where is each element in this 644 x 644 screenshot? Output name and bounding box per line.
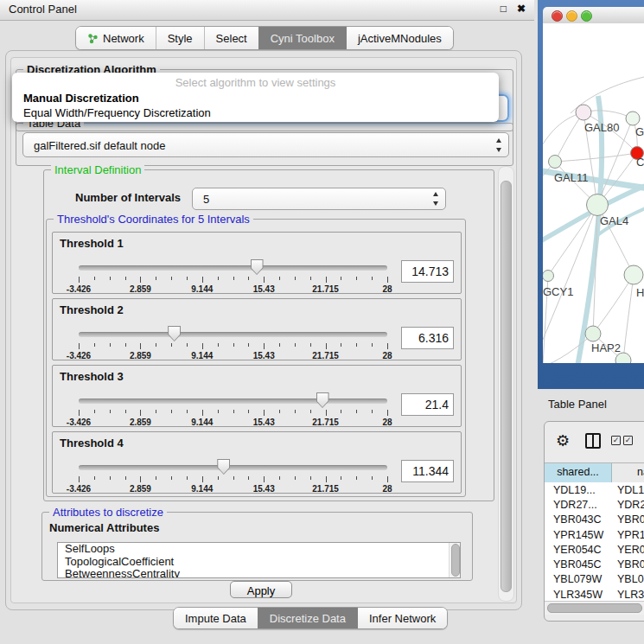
cell-name: YDL19 [611,484,644,496]
split-column-icon[interactable] [585,433,601,449]
node-gal4[interactable] [587,194,609,216]
algorithm-option-manual-discretization[interactable]: Manual Discretization [12,91,499,105]
close-traffic-light[interactable] [552,10,563,22]
network-canvas[interactable]: GAL80GACGAL11GAL4GCY1HHAP2 [543,23,644,363]
threshold-value-field[interactable]: 11.344 [401,460,454,482]
scrollbar-thumb[interactable] [451,544,460,577]
node-green-top[interactable] [626,112,640,125]
tick-mark [125,476,126,480]
table-data-combobox[interactable]: galFiltered.sif default node [22,132,509,157]
threshold-value-field[interactable]: 14.713 [401,260,454,283]
slider-track[interactable] [79,465,387,470]
cell-shared-name: YBR043C [545,513,611,526]
slider-thumb[interactable] [316,392,329,408]
dropdown-placeholder: Select algorithm to view settings [12,76,499,89]
tick-mark [326,410,327,416]
slider-track[interactable] [79,399,387,404]
tick-mark [110,277,111,280]
slider-thumb[interactable] [168,326,181,341]
tick-label: 28 [382,418,392,427]
checkbox-checked-icon[interactable]: ✓ [623,436,633,445]
tick-mark [310,343,311,347]
checkbox-checked-icon[interactable]: ✓ [611,436,621,445]
tab-infer-network[interactable]: Infer Network [357,608,447,628]
column-header-na[interactable]: na [612,463,644,482]
slider-track[interactable] [79,332,387,337]
table-row[interactable]: YPR145WYPR14 [545,527,644,542]
column-divider [592,435,594,447]
threshold-value-field[interactable]: 21.4 [401,393,454,416]
node-h[interactable] [624,265,643,284]
table-row[interactable]: YER054CYER05 [545,542,644,557]
node-hap2[interactable] [585,326,601,341]
float-icon[interactable]: □ [501,3,507,15]
tick-mark [279,277,280,280]
tab-style[interactable]: Style [156,27,204,49]
tick-label: 28 [382,351,392,360]
minimize-traffic-light[interactable] [566,10,577,22]
panel-vertical-scrollbar[interactable] [498,166,514,602]
tab-network[interactable]: Network [76,27,156,49]
slider-track[interactable] [79,265,387,271]
zoom-traffic-light[interactable] [581,10,592,22]
tick-mark [387,410,388,416]
tick-mark [310,476,311,480]
table-row[interactable]: YDR27...YDR27 [545,497,644,512]
number-of-intervals-combobox[interactable]: 5 [192,188,446,210]
cell-name: YDR27 [611,499,644,511]
tab-label: jActiveMNodules [358,32,442,45]
table-row[interactable]: YBR043CYBR04 [545,513,644,527]
number-of-intervals-label: Number of Intervals [75,191,181,204]
table-row[interactable]: YBR045CYBR04 [545,557,644,571]
tick-mark [140,277,141,283]
node-pink[interactable] [576,105,591,120]
control-panel-titlebar: Control Panel □ ✖ [0,0,534,21]
tick-mark [341,476,341,480]
scrollbar-thumb[interactable] [547,603,642,613]
threshold-label: Threshold 4 [60,437,124,450]
tick-mark [79,277,80,283]
node-gcy1[interactable] [543,271,554,282]
apply-button[interactable]: Apply [230,581,292,598]
threshold-value-field[interactable]: 6.316 [401,327,454,349]
attribute-item-betweennesscentrality[interactable]: BetweennessCentrality [58,568,460,578]
tick-mark [264,410,265,416]
table-row[interactable]: YBL079WYBL07 [545,572,644,587]
tick-mark [326,277,327,283]
tick-mark [356,277,357,280]
attribute-item-topologicalcoefficient[interactable]: TopologicalCoefficient [58,556,460,569]
attributes-scrollbar[interactable] [449,543,460,577]
gear-icon[interactable]: ⚙ [556,431,570,450]
tick-mark [140,476,141,482]
tick-label: 21.715 [312,284,339,294]
attributes-listbox[interactable]: SelfLoopsTopologicalCoefficientBetweenne… [57,542,461,578]
tab-discretize-data[interactable]: Discretize Data [258,608,357,628]
attribute-item-selfloops[interactable]: SelfLoops [58,543,460,556]
tab-cyni-toolbox[interactable]: Cyni Toolbox [258,27,346,49]
table-horizontal-scrollbar[interactable] [545,601,644,615]
slider-thumb[interactable] [217,459,230,475]
slider-thumb[interactable] [251,259,264,275]
column-header-shared-[interactable]: shared... [545,463,612,482]
tick-mark [110,343,111,347]
tick-mark [341,343,341,347]
tick-marks [79,343,387,350]
tab-label: Network [103,32,144,45]
tick-labels: -3.4262.8599.14415.4321.71528 [79,484,387,494]
threshold-panel: Threshold 2-3.4262.8599.14415.4321.71528… [52,298,462,360]
scrollbar-thumb[interactable] [501,181,512,592]
tick-label: 21.715 [312,351,339,360]
table-header: shared...na [545,462,644,483]
tick-mark [248,476,249,480]
algorithm-option-equal-width-frequency-discretization[interactable]: Equal Width/Frequency Discretization [12,105,499,120]
tab-impute-data[interactable]: Impute Data [174,608,258,628]
table-row[interactable]: YDL19...YDL19 [545,482,644,497]
tab-jactivemnodules[interactable]: jActiveMNodules [346,27,453,49]
node-gal11[interactable] [549,156,562,169]
tab-select[interactable]: Select [204,27,258,49]
close-icon[interactable]: ✖ [517,3,526,15]
network-window-titlebar[interactable] [543,7,644,24]
tick-mark [94,410,95,413]
tick-mark [233,410,234,413]
table-row[interactable]: YLR345WYLR34 [545,587,644,602]
